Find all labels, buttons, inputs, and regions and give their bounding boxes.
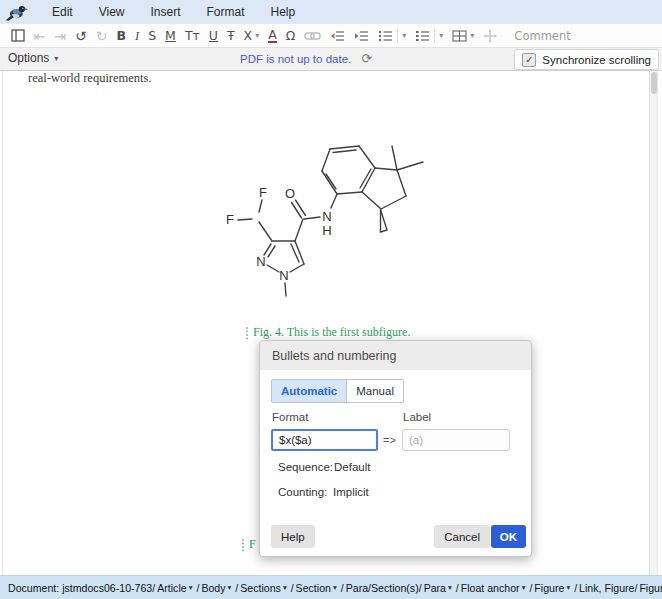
- strike-s-button[interactable]: S: [144, 25, 161, 47]
- chevron-down-icon: ▾: [470, 31, 474, 40]
- tab-automatic[interactable]: Automatic: [272, 380, 346, 402]
- menu-bar: EditViewInsertFormatHelp: [0, 0, 662, 25]
- sequence-value[interactable]: Default: [334, 461, 370, 473]
- chevron-down-icon: ▾: [566, 583, 570, 592]
- bullets-numbering-dialog: Bullets and numbering AutomaticManual Fo…: [259, 340, 532, 557]
- breadcrumb-body[interactable]: Body ▾: [201, 582, 231, 594]
- breadcrumb-document: Document: jstmdocs06-10-763/: [8, 582, 155, 594]
- label-field-label: Label: [403, 411, 431, 423]
- cancel-button[interactable]: Cancel: [434, 525, 490, 548]
- panel-icon: [11, 29, 25, 42]
- breadcrumb-sections[interactable]: Sections ▾: [240, 582, 286, 594]
- chevron-down-icon: ▾: [189, 583, 193, 592]
- synchronize-scrolling-toggle[interactable]: ✓ Synchronize scrolling: [514, 49, 659, 70]
- undo-button[interactable]: ↺: [70, 25, 91, 47]
- label-input[interactable]: [402, 429, 510, 451]
- table-button[interactable]: ▾: [448, 25, 479, 47]
- numbered-list-button[interactable]: ▾: [411, 25, 448, 47]
- help-button[interactable]: Help: [271, 525, 315, 548]
- move-button[interactable]: [479, 25, 502, 47]
- next-change-button[interactable]: ⇥: [50, 25, 71, 47]
- checkbox-checked-icon[interactable]: ✓: [522, 53, 536, 67]
- maps-to-arrow: =>: [383, 434, 396, 446]
- table-icon: [452, 30, 467, 42]
- sequence-label: Sequence:: [278, 461, 333, 473]
- menu-insert[interactable]: Insert: [137, 1, 193, 24]
- dialog-tabs: AutomaticManual: [271, 379, 404, 403]
- indent-button[interactable]: [350, 25, 374, 47]
- undo-icon: ↺: [75, 28, 87, 44]
- chevron-down-icon: ▾: [228, 583, 232, 592]
- breadcrumb-section[interactable]: Section ▾: [296, 582, 337, 594]
- counting-value[interactable]: Implicit: [333, 486, 369, 498]
- dialog-title: Bullets and numbering: [260, 341, 531, 370]
- outdent-button[interactable]: [326, 25, 350, 47]
- app-window: EditViewInsertFormatHelp ⇤ ⇥: [0, 0, 662, 599]
- underline-button[interactable]: U: [204, 25, 222, 47]
- atom-label: F: [226, 212, 234, 227]
- menu-format[interactable]: Format: [194, 1, 258, 24]
- indent-icon: [354, 30, 369, 42]
- menu-view[interactable]: View: [86, 1, 138, 24]
- format-field-label: Format: [272, 411, 308, 423]
- breadcrumb-separator: /: [291, 582, 294, 594]
- pdf-status-text: PDF is not up to date.: [240, 53, 351, 65]
- breadcrumb-separator: /: [341, 582, 344, 594]
- text-size-button[interactable]: Tт: [180, 25, 204, 47]
- tab-manual[interactable]: Manual: [346, 380, 403, 402]
- strikethrough-button[interactable]: Ŧ: [222, 25, 239, 47]
- ok-button[interactable]: OK: [491, 525, 526, 548]
- chevron-down-icon: ▾: [434, 29, 443, 43]
- next-icon: ⇥: [54, 28, 66, 44]
- breadcrumb-link-figure: Link, Figure/: [579, 582, 637, 594]
- breadcrumb-float-anchor[interactable]: Float anchor ▾: [461, 582, 526, 594]
- bold-button[interactable]: B: [112, 25, 131, 47]
- highlight-button[interactable]: M: [161, 25, 181, 47]
- breadcrumb-figure-2[interactable]: Figure ▾: [639, 582, 662, 594]
- breadcrumb-figure[interactable]: Figure ▾: [534, 582, 570, 594]
- breadcrumb-separator: /: [529, 582, 532, 594]
- breadcrumb-separator: /: [196, 582, 199, 594]
- breadcrumb-para[interactable]: Para ▾: [424, 582, 452, 594]
- bullet-list-button[interactable]: ▾: [374, 25, 411, 47]
- script-button[interactable]: X ▾: [239, 25, 264, 47]
- drag-handle-icon[interactable]: [246, 327, 248, 329]
- vertical-scrollbar[interactable]: [649, 71, 658, 575]
- italic-button[interactable]: I: [130, 25, 143, 47]
- view-panels-button[interactable]: [6, 25, 29, 47]
- app-logo-bird-icon: [3, 1, 33, 23]
- atom-label: N: [279, 268, 288, 283]
- text-color-button[interactable]: A: [264, 25, 282, 47]
- chevron-down-icon: ▾: [283, 583, 287, 592]
- link-button[interactable]: [300, 25, 326, 47]
- chevron-down-icon: ▾: [333, 583, 337, 592]
- atom-label: N: [322, 209, 331, 224]
- drag-handle-icon[interactable]: [242, 539, 244, 541]
- chevron-down-icon: ▾: [54, 54, 58, 63]
- breadcrumb-article[interactable]: Article ▾: [157, 582, 192, 594]
- breadcrumb-separator: /: [235, 582, 238, 594]
- special-char-button[interactable]: Ω: [281, 25, 300, 47]
- figure-caption[interactable]: Fig. 4. This is the first subfigure.: [246, 325, 410, 340]
- figure-caption-partial[interactable]: F: [242, 537, 256, 552]
- redo-button[interactable]: ↻: [91, 25, 112, 47]
- comment-button[interactable]: Comment: [510, 25, 575, 47]
- toolbar: ⇤ ⇥ ↺ ↻ B: [0, 24, 662, 48]
- bullets-icon: [378, 30, 393, 42]
- document-editor[interactable]: real-world requirements.: [0, 71, 662, 575]
- outdent-icon: [330, 30, 345, 42]
- menu-edit[interactable]: Edit: [39, 1, 86, 24]
- menu-items: EditViewInsertFormatHelp: [39, 1, 308, 24]
- scrollbar-thumb[interactable]: [651, 72, 657, 94]
- prev-change-button[interactable]: ⇤: [29, 25, 50, 47]
- paragraph-text[interactable]: real-world requirements.: [28, 71, 152, 86]
- menu-help[interactable]: Help: [258, 1, 309, 24]
- refresh-icon[interactable]: ⟳: [361, 51, 372, 66]
- breadcrumb-separator: /: [574, 582, 577, 594]
- link-icon: [304, 30, 321, 42]
- chemical-structure-figure[interactable]: F F O N H N N: [210, 138, 440, 303]
- atom-label: F: [259, 185, 267, 200]
- chevron-down-icon: ▾: [448, 583, 452, 592]
- options-dropdown[interactable]: Options ▾: [8, 51, 58, 65]
- format-input[interactable]: [271, 429, 378, 451]
